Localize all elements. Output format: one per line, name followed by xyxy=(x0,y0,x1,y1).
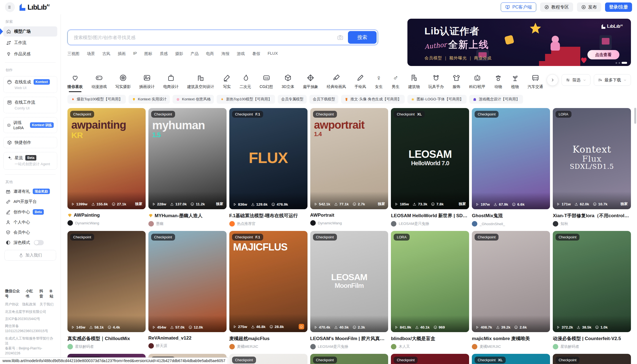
filter-pill[interactable]: Kontext·实用设计 xyxy=(129,95,170,104)
sidebar-item-personal-center[interactable]: 个人中心 xyxy=(0,217,61,227)
model-card[interactable]: LORA KontextFluxSDXL/SD1.5 171w 62.0k 10… xyxy=(553,108,631,227)
hot-tag[interactable]: 暑假 xyxy=(252,51,260,56)
category-汽车交通[interactable]: 汽车交通 xyxy=(528,74,543,92)
model-card-image[interactable]: LORA KontextFluxSDXL/SD1.5 171w 62.0k 10… xyxy=(553,108,631,209)
wechat-link[interactable]: 微信公众号 xyxy=(5,288,22,299)
douyin-link[interactable]: 抖音 xyxy=(39,288,46,299)
sort-button[interactable]: 最多下载 xyxy=(594,74,631,86)
hot-tag[interactable]: 海报 xyxy=(221,51,229,56)
model-card-image[interactable]: Checkpoint 145w 58.1k 4.4k xyxy=(67,231,146,332)
model-card[interactable]: Checkpoint LEOSAMMoonFilm 470.4k 40.5k 2… xyxy=(310,231,388,349)
sidebar-item-train-lora[interactable]: 训练LoRA Kontext 训练 xyxy=(3,117,57,133)
hot-tag[interactable]: 游戏 xyxy=(237,51,245,56)
model-card-image[interactable]: Checkpoint awpaintingKR 1399w 155.6k 27.… xyxy=(67,108,146,209)
hot-tag[interactable]: 质感 xyxy=(160,51,168,56)
filter-pill[interactable]: 新热Top100模型【可商用】 xyxy=(217,95,275,104)
hot-tag[interactable]: 电商 xyxy=(206,51,214,56)
model-card[interactable]: Checkpoint 408.7k 39.2k 2.6k majicMix so… xyxy=(472,231,550,349)
category-科幻/机甲[interactable]: 科幻/机甲 xyxy=(469,74,486,92)
model-title[interactable]: 麦橘超然majicFlus xyxy=(229,335,307,342)
model-card-image[interactable]: CheckpointXL LEOSAMHelloWorld 7.0 185w 7… xyxy=(391,108,469,209)
model-author[interactable]: 麦橘MERJIC xyxy=(229,344,307,349)
category-3D立体[interactable]: 3D立体 xyxy=(282,74,294,92)
filter-pill[interactable]: 图标·LOGO·字体【可商用】 xyxy=(407,95,467,104)
banner-carousel-dots[interactable] xyxy=(616,62,627,64)
model-card[interactable]: Checkpoint myhuman1.5 228w 137.0k 11.2k … xyxy=(148,108,227,227)
category-服饰[interactable]: 服饰 xyxy=(452,74,461,92)
hot-tag[interactable]: 产品 xyxy=(190,51,198,56)
model-author[interactable]: 热点推荐官 xyxy=(229,221,307,227)
model-card[interactable]: Checkpoint xyxy=(553,354,631,364)
search-input[interactable] xyxy=(73,35,335,40)
sidebar-item-dark-mode[interactable]: 深色模式 xyxy=(0,238,61,248)
model-title[interactable]: ReVAnimated_v122 xyxy=(148,335,227,341)
model-author[interactable]: 星轨解码者 xyxy=(67,344,146,349)
category-写实摄影[interactable]: 写实摄影 xyxy=(115,74,131,92)
model-title[interactable]: Xian-T手部修复lora（不用controlnet也不坏... xyxy=(553,213,631,219)
model-author[interactable]: 星轨解码者 xyxy=(553,344,631,349)
model-author[interactable]: 麦橘MERJIC xyxy=(472,344,550,349)
user-agreement-link[interactable]: 用户协议 xyxy=(5,302,19,307)
model-author[interactable]: DynamicWang xyxy=(67,220,146,226)
category-CG幻想[interactable]: CGCG幻想 xyxy=(260,74,273,92)
promo-banner[interactable]: Lib认证作者 Author 全新上线 会员模型 ｜ 额外曝光 ｜ 商业分成 L… xyxy=(407,19,631,66)
category-经典绘画风[interactable]: 经典绘画风 xyxy=(327,74,346,92)
hot-tag[interactable]: 三视图 xyxy=(67,51,80,56)
model-card[interactable]: Checkpoint 145w 58.1k 4.4k 真实感必备模型｜Chill… xyxy=(67,231,146,349)
sidebar-item-member-center[interactable]: 会员中心 xyxy=(0,227,61,238)
category-猜你喜欢[interactable]: 猜你喜欢 xyxy=(67,74,83,92)
sidebar-item-online-generate[interactable]: 在线生成 Kontext Web UI xyxy=(3,76,57,93)
category-建筑及空间设计[interactable]: 建筑及空间设计 xyxy=(187,74,214,92)
model-title[interactable]: GhostMix鬼混 xyxy=(472,213,550,219)
hot-tag[interactable]: 插画 xyxy=(118,51,126,56)
model-card-image[interactable]: Checkpoint xyxy=(310,354,388,364)
model-card[interactable]: Checkpoint xyxy=(391,354,469,364)
hot-tag[interactable]: FLUX xyxy=(268,51,278,56)
model-title[interactable]: majicMix sombre 麦橘唯美 xyxy=(472,335,550,342)
login-button[interactable]: 登录/注册 xyxy=(605,2,632,12)
sidebar-item-xingliu[interactable]: 星流 Beta 一站式创意设计 Agent xyxy=(3,152,57,170)
icp-number[interactable]: 京ICP备2023015442号 xyxy=(5,316,56,321)
model-title[interactable]: LEOSAM HelloWorld 新世界 | SDXL大模型 xyxy=(391,213,469,219)
category-电商设计[interactable]: 电商设计 xyxy=(163,74,179,92)
model-card-image[interactable]: CheckpointF.1 FLUX 836w 129.6k 476.9k xyxy=(229,108,307,209)
model-card[interactable]: Checkpoint xyxy=(229,354,307,364)
model-card-image[interactable]: LORA 841.9k 40.1k 969 xyxy=(391,231,469,332)
sidebar-item-api[interactable]: API开放平台 xyxy=(0,197,61,207)
pc-client-button[interactable]: PC客户端 xyxy=(501,2,536,12)
model-card[interactable]: CheckpointXL LEOSAMHelloWorld 7.0 185w 7… xyxy=(391,108,469,227)
model-card-image[interactable]: Checkpoint LEOSAMMoonFilm 470.4k 40.5k 2… xyxy=(310,231,388,332)
model-card[interactable]: Checkpoint 372.2k 38.5k 1.0k 动漫必备模型 | Co… xyxy=(553,231,631,349)
sidebar-item-workflow[interactable]: 工作流 xyxy=(3,38,57,48)
publish-button[interactable]: 发布 xyxy=(577,2,601,12)
model-card[interactable]: CheckpointF.1 MAJICFLUS 275w 46.8k 28.8k… xyxy=(229,231,307,349)
category-扁平抽象[interactable]: 扁平抽象 xyxy=(303,74,318,92)
category-植物[interactable]: 植物 xyxy=(511,74,519,92)
sidebar-item-invite[interactable]: 邀请有礼 现金奖励 xyxy=(0,186,61,197)
dark-mode-toggle[interactable] xyxy=(34,240,44,245)
model-title[interactable]: 真实感必备模型｜ChilloutMix xyxy=(67,335,146,342)
model-card[interactable]: Checkpoint 454w 57.0k 12.0k ReVAnimated_… xyxy=(148,231,227,349)
model-card[interactable]: Checkpoint awportrait1.4 542.1k 77.1k 2.… xyxy=(310,108,388,227)
model-title[interactable]: 动漫必备模型 | Counterfeit-V2.5 xyxy=(553,335,631,342)
sidebar-item-creator-center[interactable]: 创作中心 Beta xyxy=(0,207,61,217)
model-author[interactable]: 墨幽 xyxy=(148,221,227,227)
category-动物[interactable]: 动物 xyxy=(494,74,502,92)
about-link[interactable]: 关于我们 xyxy=(40,302,53,307)
model-card-image[interactable]: Checkpoint myhuman1.5 228w 137.0k 11.2k … xyxy=(148,108,227,209)
model-card-image[interactable]: Checkpoint 454w 57.0k 12.0k xyxy=(148,231,227,332)
hot-tag[interactable]: 摄影 xyxy=(175,51,183,56)
category-插画设计[interactable]: 插画设计 xyxy=(139,74,155,92)
tutorial-button[interactable]: 教程专区 xyxy=(540,2,573,12)
model-card-image[interactable]: CheckpointXL DREAM TECH xyxy=(472,354,550,364)
menu-button[interactable] xyxy=(5,2,15,12)
banner-cta-button[interactable]: 点击查看 xyxy=(587,50,619,59)
camera-icon[interactable] xyxy=(337,34,344,41)
model-card[interactable]: CheckpointXL DREAM TECH xyxy=(472,354,550,364)
model-author[interactable]: 知秋 xyxy=(553,221,631,227)
model-card-image[interactable]: Checkpoint xyxy=(391,354,469,364)
model-author[interactable]: _GhostInShell_ xyxy=(472,221,550,227)
model-author[interactable]: 木人又 xyxy=(391,344,469,349)
xiaohongshu-link[interactable]: 小红书 xyxy=(26,288,36,299)
model-author[interactable]: LEOSAM是只兔狲 xyxy=(310,344,388,349)
